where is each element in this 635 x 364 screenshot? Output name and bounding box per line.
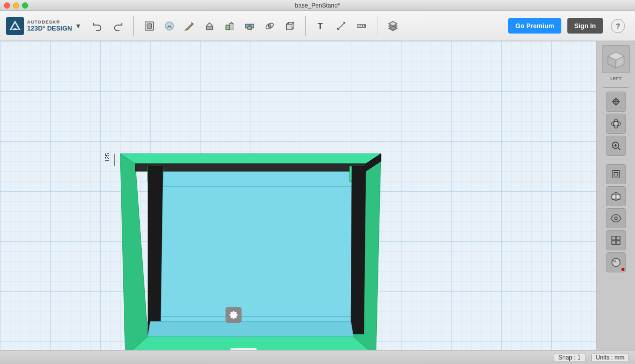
- traffic-lights[interactable]: [4, 3, 28, 9]
- undo-redo-group: [86, 17, 129, 36]
- svg-text:125: 125: [104, 153, 110, 162]
- primitive-tool[interactable]: [140, 17, 159, 36]
- bottom-bar: Snap : 1 Units : mm: [0, 350, 635, 364]
- svg-rect-3: [206, 26, 213, 30]
- pencil-tool[interactable]: [180, 17, 199, 36]
- extrude-tool[interactable]: [200, 17, 219, 36]
- right-divider-1: [603, 87, 628, 88]
- svg-rect-4: [226, 25, 229, 30]
- snap-value[interactable]: Snap : 1: [554, 353, 585, 362]
- svg-rect-1: [147, 24, 151, 28]
- layers-tool[interactable]: [383, 17, 402, 36]
- right-panel: LEFT: [596, 41, 635, 364]
- svg-marker-21: [148, 166, 366, 331]
- app-logo: [6, 17, 24, 35]
- svg-rect-57: [612, 236, 615, 240]
- svg-rect-60: [616, 241, 620, 244]
- svg-marker-22: [135, 164, 366, 171]
- viewport[interactable]: 69.50 125: [0, 41, 596, 364]
- units-control[interactable]: Units : mm: [591, 353, 629, 362]
- measure-tool[interactable]: [332, 17, 351, 36]
- orbit-tool[interactable]: [260, 17, 279, 36]
- text-measure-group: T: [310, 17, 373, 36]
- divider-2: [305, 16, 306, 36]
- view-cube-label: LEFT: [610, 76, 621, 81]
- sketch-tool[interactable]: [160, 17, 179, 36]
- right-divider-2: [603, 160, 628, 160]
- svg-marker-35: [148, 321, 353, 336]
- svg-rect-8: [248, 26, 251, 30]
- window-title: base_PenStand*: [295, 2, 340, 9]
- svg-line-50: [618, 148, 620, 150]
- svg-marker-19: [120, 154, 148, 356]
- svg-rect-54: [614, 172, 617, 176]
- cube-view-tool[interactable]: [280, 17, 299, 36]
- text-tool[interactable]: T: [312, 17, 331, 36]
- orbit-button[interactable]: [606, 114, 626, 134]
- svg-rect-11: [286, 24, 292, 30]
- transform-tool[interactable]: [220, 17, 239, 36]
- svg-point-10: [268, 25, 271, 28]
- autodesk-label: AUTODESK®: [27, 20, 72, 25]
- svg-marker-33: [351, 166, 366, 334]
- redo-button[interactable]: [108, 17, 127, 36]
- grid-view-button[interactable]: [606, 230, 626, 250]
- ruler-tool[interactable]: [352, 17, 371, 36]
- svg-rect-59: [612, 241, 615, 244]
- view-cube[interactable]: [602, 45, 630, 73]
- title-bar: base_PenStand*: [0, 0, 635, 11]
- maximize-button[interactable]: [22, 3, 28, 9]
- go-premium-button[interactable]: Go Premium: [508, 18, 561, 34]
- svg-marker-32: [148, 166, 163, 334]
- fit-all-button[interactable]: [606, 164, 626, 184]
- shape-tools-group: [138, 17, 301, 36]
- svg-point-46: [613, 121, 618, 126]
- pan-button[interactable]: [606, 92, 626, 112]
- svg-point-61: [612, 258, 620, 267]
- divider-1: [133, 16, 134, 36]
- main-toolbar: AUTODESK® 123D° DESIGN ▾: [0, 11, 635, 41]
- logo-text: AUTODESK® 123D° DESIGN: [27, 20, 72, 32]
- 3d-model: 69.50 125: [70, 66, 431, 364]
- 3d-view-button[interactable]: [606, 186, 626, 206]
- svg-point-56: [614, 217, 617, 220]
- logo-dropdown-icon[interactable]: ▾: [76, 21, 80, 31]
- svg-rect-5: [230, 23, 233, 30]
- undo-button[interactable]: [88, 17, 107, 36]
- settings-button[interactable]: [226, 307, 242, 323]
- app-name-label: 123D° DESIGN: [27, 25, 72, 32]
- logo-area: AUTODESK® 123D° DESIGN ▾: [0, 17, 86, 35]
- layers-group: [381, 17, 404, 36]
- svg-marker-18: [120, 154, 381, 164]
- units-value[interactable]: Units : mm: [591, 353, 629, 362]
- minimize-button[interactable]: [13, 3, 19, 9]
- sign-in-button[interactable]: Sign In: [567, 18, 603, 34]
- svg-point-62: [613, 260, 615, 262]
- snap-control[interactable]: Snap : 1: [554, 353, 585, 362]
- svg-rect-58: [616, 236, 620, 240]
- divider-3: [377, 16, 377, 36]
- svg-text:T: T: [317, 22, 322, 31]
- group-tool[interactable]: [240, 17, 259, 36]
- eye-view-button[interactable]: [606, 208, 626, 228]
- help-button[interactable]: ?: [611, 19, 625, 33]
- close-button[interactable]: [4, 3, 10, 9]
- material-button[interactable]: [606, 252, 626, 272]
- zoom-button[interactable]: [606, 136, 626, 156]
